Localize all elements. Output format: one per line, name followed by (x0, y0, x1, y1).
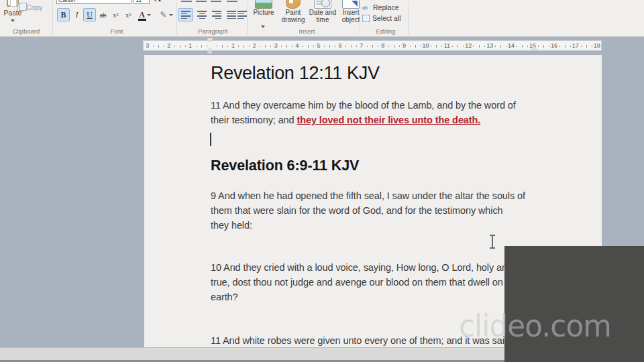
copy-icon (17, 4, 24, 11)
underline-button[interactable]: U (83, 8, 96, 21)
ruler-tick (153, 46, 154, 47)
decrease-indent-icon[interactable] (181, 0, 192, 4)
select-all-button[interactable]: Select all (362, 13, 407, 23)
ruler-tick (441, 46, 442, 47)
increase-indent-icon[interactable] (196, 0, 207, 4)
ruler-tick (484, 46, 485, 47)
picture-label: Picture (253, 9, 274, 16)
bold-glyph: B (60, 10, 66, 20)
ruler-tick (303, 46, 303, 47)
list-icon[interactable] (211, 0, 221, 4)
object-label-line2: object (342, 16, 360, 23)
ruler-tick (260, 46, 260, 47)
ruler-tick (329, 45, 330, 48)
line-spacing-icon[interactable] (227, 0, 237, 4)
align-center-button[interactable] (195, 8, 209, 21)
font-size-combobox[interactable]: 11 (133, 0, 150, 4)
ruler-number: 18 (594, 42, 600, 49)
font-group-label: Font (56, 27, 177, 35)
picture-dropdown-icon[interactable] (261, 25, 265, 28)
ruler-tick (474, 46, 474, 47)
wordpad-window: Paste Copy Clipboard Calibri 11 A A B I … (0, 0, 644, 362)
ruler-tick (372, 45, 373, 48)
bar (215, 13, 221, 15)
ruler-tick (174, 46, 175, 47)
first-line-indent-marker[interactable] (207, 38, 213, 42)
date-label-line2: time (317, 16, 329, 23)
verse-line: them that were slain for the word of God… (211, 203, 525, 218)
paragraph-group-label: Paragraph (178, 27, 248, 35)
bar (237, 15, 247, 17)
document-heading-2: Revelation 6:9-11 KJV (211, 156, 359, 175)
italic-button[interactable]: I (71, 8, 83, 21)
insert-object-button[interactable]: Insert object (337, 0, 365, 36)
ruler-number: 13 (486, 42, 493, 49)
font-color-button[interactable]: A (136, 8, 154, 21)
ruler-tick (495, 46, 496, 47)
verse-line: true, dost thou not judge and avenge our… (211, 275, 519, 290)
ruler-tick (506, 46, 506, 47)
ruler-tick (388, 46, 389, 47)
shrink-font-button[interactable]: A (167, 0, 172, 1)
ruler-number: 8 (381, 42, 384, 49)
ruler-tick (335, 46, 335, 47)
bar (215, 18, 221, 19)
clipboard-group-label: Clipboard (0, 27, 52, 35)
italic-glyph: I (76, 10, 78, 20)
ruler-number: 1 (231, 42, 235, 49)
paste-dropdown-icon[interactable] (11, 19, 15, 22)
verse-text: their testimony; and (211, 115, 297, 125)
ruler-tick (543, 45, 544, 48)
ruler-tick (458, 45, 458, 48)
ruler-number: 9 (402, 42, 406, 49)
ruler-number: 5 (317, 42, 320, 49)
ruler-tick (180, 45, 180, 48)
insert-picture-button[interactable]: Picture (250, 0, 278, 36)
ruler-tick (227, 46, 228, 47)
grow-font-button[interactable]: A (154, 0, 161, 4)
ruler-tick (394, 45, 394, 48)
insert-group-label: Insert (275, 27, 339, 35)
ruler-number: 7 (360, 42, 363, 49)
align-right-button[interactable] (209, 8, 224, 21)
ruler-tick (399, 46, 400, 47)
group-divider (52, 1, 53, 35)
ruler-tick (565, 45, 566, 48)
strikethrough-button[interactable]: ab (97, 8, 109, 21)
ruler-tick (415, 45, 416, 48)
subscript-button[interactable]: x2 (110, 8, 121, 21)
text-caret (210, 133, 211, 146)
replace-button[interactable]: ab Replace (362, 3, 407, 12)
copy-button[interactable]: Copy (17, 3, 51, 12)
ruler-tick (292, 46, 292, 47)
right-indent-marker[interactable] (531, 46, 537, 50)
group-divider (247, 1, 248, 35)
ruler-tick (500, 45, 501, 48)
ruler-number: 10 (422, 42, 429, 49)
font-family-combobox[interactable]: Calibri (56, 0, 131, 4)
ruler-tick (367, 46, 368, 47)
paint-palette-icon (286, 0, 301, 9)
bold-button[interactable]: B (57, 8, 70, 21)
ruler-number: 6 (338, 42, 341, 49)
ruler-tick (244, 45, 244, 48)
editing-group-label: Editing (362, 27, 409, 35)
verse-line: earth? (211, 290, 519, 304)
paint-label-line2: drawing (281, 16, 305, 23)
bar (212, 11, 221, 12)
highlight-button[interactable]: ✎ (156, 8, 176, 21)
left-indent-marker[interactable] (207, 52, 213, 54)
highlight-dropdown-icon[interactable] (169, 14, 173, 16)
ruler-number: 4 (296, 42, 299, 49)
ribbon-toolbar: Paste Copy Clipboard Calibri 11 A A B I … (0, 0, 644, 37)
ruler-number: 2 (253, 42, 256, 49)
ruler-tick (570, 46, 571, 47)
superscript-button[interactable]: x2 (123, 8, 134, 21)
bar (181, 18, 187, 19)
align-left-button[interactable] (178, 8, 193, 21)
verse-line: 9 And when he had opened the fifth seal,… (211, 188, 525, 203)
ruler-tick (549, 46, 549, 47)
ruler-tick (431, 46, 431, 47)
font-color-dropdown-icon[interactable] (147, 14, 151, 16)
date-label-line1: Date and (309, 9, 337, 16)
